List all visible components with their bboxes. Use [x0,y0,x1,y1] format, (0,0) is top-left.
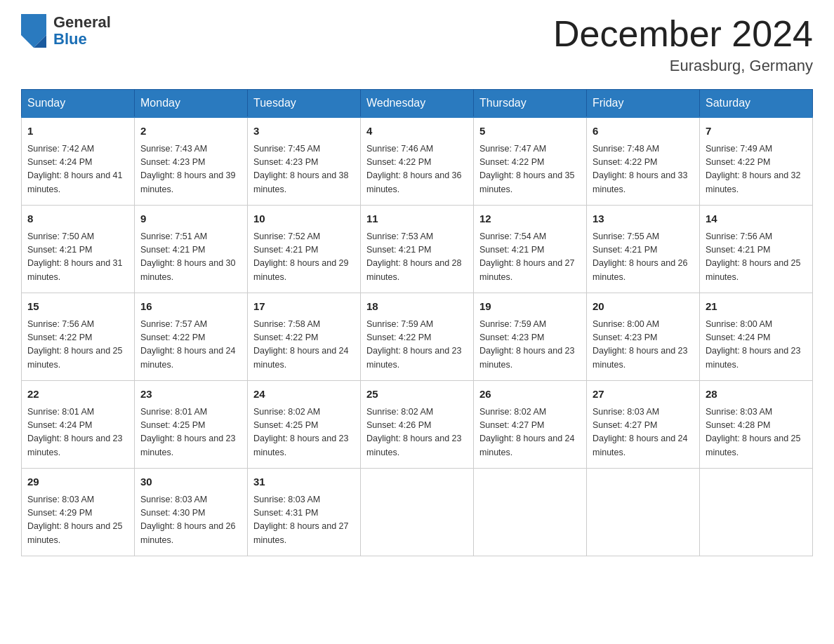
title-block: December 2024 Eurasburg, Germany [553,14,813,75]
col-friday: Friday [587,90,700,118]
calendar-day-cell [587,469,700,556]
day-info: Sunrise: 8:02 AMSunset: 4:25 PMDaylight:… [253,405,355,460]
day-number: 7 [706,123,807,140]
day-number: 11 [366,211,468,227]
day-info: Sunrise: 8:02 AMSunset: 4:26 PMDaylight:… [366,405,468,460]
calendar-day-cell: 26Sunrise: 8:02 AMSunset: 4:27 PMDayligh… [474,381,587,469]
calendar-day-cell [361,469,474,556]
calendar-day-cell: 30Sunrise: 8:03 AMSunset: 4:30 PMDayligh… [135,469,248,556]
day-number: 2 [140,123,241,140]
day-info: Sunrise: 7:55 AMSunset: 4:21 PMDaylight:… [593,230,694,285]
col-tuesday: Tuesday [248,90,361,118]
logo-blue-text: Blue [53,31,111,48]
col-saturday: Saturday [700,90,813,118]
calendar-table: Sunday Monday Tuesday Wednesday Thursday… [21,89,813,556]
day-info: Sunrise: 7:50 AMSunset: 4:21 PMDaylight:… [27,230,128,285]
day-info: Sunrise: 7:59 AMSunset: 4:23 PMDaylight:… [479,318,581,373]
calendar-day-cell: 18Sunrise: 7:59 AMSunset: 4:22 PMDayligh… [361,293,474,381]
day-info: Sunrise: 7:58 AMSunset: 4:22 PMDaylight:… [253,318,355,373]
day-number: 31 [253,474,355,490]
day-number: 12 [479,211,581,227]
calendar-day-cell [474,469,587,556]
day-info: Sunrise: 8:03 AMSunset: 4:30 PMDaylight:… [140,493,241,548]
day-info: Sunrise: 7:45 AMSunset: 4:23 PMDaylight:… [253,142,355,197]
calendar-week-row: 8Sunrise: 7:50 AMSunset: 4:21 PMDaylight… [22,206,813,293]
calendar-day-cell: 19Sunrise: 7:59 AMSunset: 4:23 PMDayligh… [474,293,587,381]
day-number: 25 [366,387,468,403]
calendar-day-cell: 17Sunrise: 7:58 AMSunset: 4:22 PMDayligh… [248,293,361,381]
day-number: 16 [140,299,241,315]
calendar-week-row: 1Sunrise: 7:42 AMSunset: 4:24 PMDaylight… [22,117,813,206]
day-number: 18 [366,299,468,315]
day-number: 9 [140,211,241,227]
day-info: Sunrise: 8:01 AMSunset: 4:25 PMDaylight:… [140,405,241,460]
calendar-day-cell: 7Sunrise: 7:49 AMSunset: 4:22 PMDaylight… [700,117,813,206]
calendar-day-cell: 6Sunrise: 7:48 AMSunset: 4:22 PMDaylight… [587,117,700,206]
calendar-day-cell: 28Sunrise: 8:03 AMSunset: 4:28 PMDayligh… [700,381,813,469]
calendar-day-cell: 15Sunrise: 7:56 AMSunset: 4:22 PMDayligh… [22,293,135,381]
calendar-week-row: 29Sunrise: 8:03 AMSunset: 4:29 PMDayligh… [22,469,813,556]
logo-general-text: General [53,14,111,31]
calendar-day-cell: 23Sunrise: 8:01 AMSunset: 4:25 PMDayligh… [135,381,248,469]
day-number: 4 [366,123,468,140]
page-title: December 2024 [553,14,813,54]
day-info: Sunrise: 7:59 AMSunset: 4:22 PMDaylight:… [366,318,468,373]
day-info: Sunrise: 8:03 AMSunset: 4:29 PMDaylight:… [27,493,128,548]
calendar-day-cell: 11Sunrise: 7:53 AMSunset: 4:21 PMDayligh… [361,206,474,293]
day-number: 30 [140,474,241,490]
logo-icon [21,14,46,48]
day-number: 27 [593,387,694,403]
day-number: 3 [253,123,355,140]
logo: General Blue [21,14,111,48]
day-number: 17 [253,299,355,315]
calendar-day-cell: 1Sunrise: 7:42 AMSunset: 4:24 PMDaylight… [22,117,135,206]
day-info: Sunrise: 7:56 AMSunset: 4:21 PMDaylight:… [706,230,807,285]
calendar-week-row: 22Sunrise: 8:01 AMSunset: 4:24 PMDayligh… [22,381,813,469]
header-row: Sunday Monday Tuesday Wednesday Thursday… [22,90,813,118]
day-info: Sunrise: 7:52 AMSunset: 4:21 PMDaylight:… [253,230,355,285]
day-number: 20 [593,299,694,315]
day-number: 29 [27,474,128,490]
page-header: General Blue December 2024 Eurasburg, Ge… [21,14,813,75]
day-info: Sunrise: 8:03 AMSunset: 4:28 PMDaylight:… [706,405,807,460]
calendar-day-cell: 16Sunrise: 7:57 AMSunset: 4:22 PMDayligh… [135,293,248,381]
day-number: 8 [27,211,128,227]
day-info: Sunrise: 7:53 AMSunset: 4:21 PMDaylight:… [366,230,468,285]
calendar-day-cell: 14Sunrise: 7:56 AMSunset: 4:21 PMDayligh… [700,206,813,293]
calendar-day-cell: 10Sunrise: 7:52 AMSunset: 4:21 PMDayligh… [248,206,361,293]
calendar-header: Sunday Monday Tuesday Wednesday Thursday… [22,90,813,118]
calendar-day-cell: 2Sunrise: 7:43 AMSunset: 4:23 PMDaylight… [135,117,248,206]
day-number: 1 [27,123,128,140]
day-number: 5 [479,123,581,140]
day-number: 15 [27,299,128,315]
calendar-week-row: 15Sunrise: 7:56 AMSunset: 4:22 PMDayligh… [22,293,813,381]
calendar-body: 1Sunrise: 7:42 AMSunset: 4:24 PMDaylight… [22,117,813,556]
day-info: Sunrise: 7:57 AMSunset: 4:22 PMDaylight:… [140,318,241,373]
day-number: 6 [593,123,694,140]
calendar-day-cell: 27Sunrise: 8:03 AMSunset: 4:27 PMDayligh… [587,381,700,469]
day-info: Sunrise: 8:00 AMSunset: 4:23 PMDaylight:… [593,318,694,373]
day-number: 23 [140,387,241,403]
day-info: Sunrise: 7:49 AMSunset: 4:22 PMDaylight:… [706,142,807,197]
day-info: Sunrise: 7:47 AMSunset: 4:22 PMDaylight:… [479,142,581,197]
day-info: Sunrise: 7:48 AMSunset: 4:22 PMDaylight:… [593,142,694,197]
day-info: Sunrise: 7:56 AMSunset: 4:22 PMDaylight:… [27,318,128,373]
calendar-day-cell: 25Sunrise: 8:02 AMSunset: 4:26 PMDayligh… [361,381,474,469]
col-thursday: Thursday [474,90,587,118]
page-subtitle: Eurasburg, Germany [553,57,813,75]
day-number: 10 [253,211,355,227]
day-info: Sunrise: 7:42 AMSunset: 4:24 PMDaylight:… [27,142,128,197]
day-info: Sunrise: 8:03 AMSunset: 4:31 PMDaylight:… [253,493,355,548]
day-number: 28 [706,387,807,403]
day-info: Sunrise: 7:51 AMSunset: 4:21 PMDaylight:… [140,230,241,285]
calendar-day-cell: 9Sunrise: 7:51 AMSunset: 4:21 PMDaylight… [135,206,248,293]
calendar-day-cell: 5Sunrise: 7:47 AMSunset: 4:22 PMDaylight… [474,117,587,206]
day-number: 14 [706,211,807,227]
day-info: Sunrise: 8:01 AMSunset: 4:24 PMDaylight:… [27,405,128,460]
calendar-day-cell: 13Sunrise: 7:55 AMSunset: 4:21 PMDayligh… [587,206,700,293]
calendar-day-cell [700,469,813,556]
day-info: Sunrise: 7:43 AMSunset: 4:23 PMDaylight:… [140,142,241,197]
calendar-day-cell: 21Sunrise: 8:00 AMSunset: 4:24 PMDayligh… [700,293,813,381]
calendar-day-cell: 12Sunrise: 7:54 AMSunset: 4:21 PMDayligh… [474,206,587,293]
col-sunday: Sunday [22,90,135,118]
